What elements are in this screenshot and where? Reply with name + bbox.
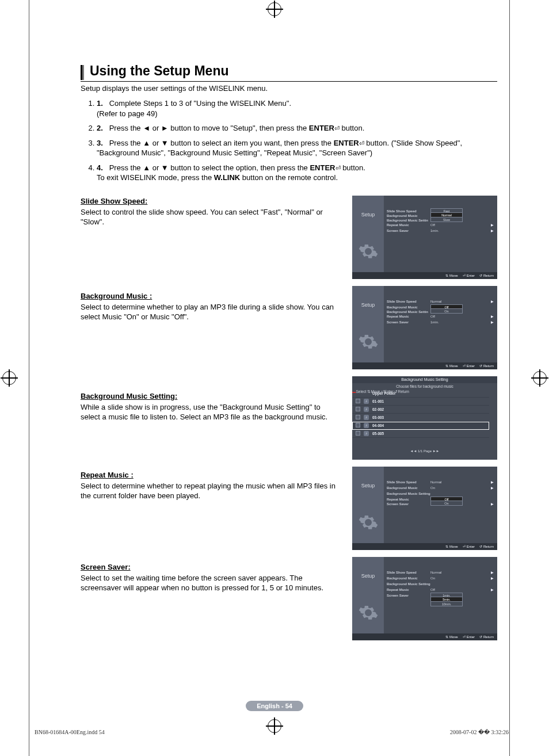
step-text: Press the ◄ or ► button to move to "Setu… [109, 124, 309, 132]
osd-row-label: Screen Saver [387, 320, 430, 324]
arrow-right-icon: ▶ [491, 502, 494, 506]
return-icon: ↺ [479, 273, 482, 277]
gear-icon [358, 602, 379, 623]
list-item: ♪03-003 [352, 414, 489, 422]
music-icon: ♪ [364, 399, 369, 404]
page-number-pill: English - 54 [246, 701, 303, 711]
manual-page: Using the Setup Menu Setup displays the … [0, 0, 549, 756]
osd-row-label: Screen Saver [387, 229, 430, 232]
section-body: Select to determine whether to repeat pl… [81, 482, 342, 501]
osd-navbar: ⇅Move ⏎Enter ↺Return [352, 633, 497, 640]
nav-label: Enter [467, 364, 475, 368]
list-item-label: 02-002 [372, 407, 384, 411]
descriptions-column: Slide Show Speed: Select to control the … [81, 196, 342, 640]
osd-option-selected: Off [430, 304, 463, 309]
enter-icon: ⏎ [336, 165, 341, 171]
osd-background-music: WISELINK Setup Slide Show SpeedNormal▶ B… [352, 286, 497, 369]
osd-row-label: Slide Show Speed [387, 300, 430, 303]
nav-label: Enter [467, 545, 475, 548]
osd-subtitle: Choose files for background music [352, 383, 497, 390]
osd-row-label: Background Music [387, 576, 430, 580]
section-head: Background Music Setting: [81, 392, 177, 400]
list-item: ♪01-001 [352, 398, 489, 406]
osd-row-label: Background Music [387, 214, 430, 217]
arrow-right-icon: ▶ [491, 299, 494, 303]
return-icon: ↺ [479, 364, 482, 368]
section-body: Select to determine whether to play an M… [81, 303, 342, 322]
osd-sidebar: Setup [352, 557, 384, 633]
music-icon: ♪ [364, 423, 369, 428]
arrow-right-icon: ▶ [491, 223, 494, 227]
list-item: ♪02-002 [352, 406, 489, 414]
list-item-label: Upper Folder [372, 391, 395, 395]
registration-mark-icon [533, 371, 547, 385]
osd-row-label: Background Music Settin [387, 219, 430, 222]
nav-label: Return [483, 274, 494, 277]
osd-screen-saver: WISELINK Setup Slide Show SpeedNormal▶ B… [352, 557, 497, 640]
intro-text: Setup displays the user settings of the … [81, 84, 497, 93]
osd-row-label: Slide Show Speed [387, 480, 430, 484]
list-item: ♪05-005 [352, 430, 489, 438]
osd-row-value: Normal [430, 480, 465, 484]
nav-label: Return [483, 635, 494, 639]
section-body: While a slide show is in progress, use t… [81, 403, 342, 422]
enter-icon: ⏎ [359, 140, 364, 147]
updown-icon: ⇅ [445, 635, 448, 639]
bold-label: W.LINK [214, 173, 241, 182]
osd-row-label: Repeat Music [387, 588, 430, 591]
osd-option: Slow [430, 217, 463, 222]
registration-mark-icon [2, 371, 16, 385]
osd-sidebar: Setup [352, 196, 384, 272]
step-text: button. [340, 124, 364, 132]
arrow-right-icon: ▶ [491, 486, 494, 490]
osd-row-value: Normal [430, 571, 465, 574]
step-text: Press the ▲ or ▼ button to select an ite… [109, 139, 334, 147]
osd-option-selected: Off [430, 497, 463, 501]
step-item: 4. Press the ▲ or ▼ button to select the… [97, 163, 497, 183]
osd-row-label: Background Music Settin [387, 310, 430, 314]
osd-row-label: Screen Saver [387, 502, 430, 506]
section-head: Repeat Music : [81, 471, 134, 479]
music-icon: ♪ [364, 431, 369, 436]
section-head: Screen Saver: [81, 563, 131, 571]
arrow-right-icon: ▶ [491, 320, 494, 324]
step-text: Complete Steps 1 to 3 of "Using the WISE… [109, 99, 291, 108]
page-title: Using the Setup Menu [90, 63, 229, 79]
step-text: (Refer to page 49) [97, 109, 158, 118]
nav-label: Move [449, 635, 458, 639]
imprint-file: BN68-01684A-00Eng.indd 54 [35, 729, 105, 735]
osd-row-label: Slide Show Speed [387, 571, 430, 574]
step-text: button. [341, 163, 365, 172]
arrow-right-icon: ▶ [491, 587, 494, 591]
list-item-label: 03-003 [372, 415, 384, 419]
steps-list: 1. Complete Steps 1 to 3 of "Using the W… [81, 98, 497, 183]
list-item-selected: ♪04-004 [352, 422, 489, 430]
section-head: Background Music : [81, 292, 152, 300]
section-body: Select to set the waiting time before th… [81, 574, 342, 593]
step-text: Press the ▲ or ▼ button to select the op… [109, 163, 310, 172]
osd-sidebar-label: Setup [361, 483, 375, 488]
osd-row-value: 1min. [430, 229, 465, 232]
osd-navbar: ⇅Move ⏎Enter ↺Return [352, 543, 497, 550]
osd-file-list: Upper Folder ♪01-001 ♪02-002 ♪03-003 ♪04… [352, 390, 489, 447]
crop-mark-left [29, 0, 29, 756]
registration-mark-icon [268, 2, 281, 16]
crop-mark-right [509, 0, 510, 756]
osd-row-value: Off [430, 588, 465, 591]
enter-icon: ⏎ [334, 125, 340, 132]
checkbox-icon [356, 415, 360, 419]
gear-icon [358, 331, 379, 352]
step-text: To exit WISELINK mode, press the [97, 173, 214, 182]
osd-row-label: Repeat Music [387, 315, 430, 318]
step-item: 2. Press the ◄ or ► button to move to "S… [97, 123, 497, 133]
osd-option: On [430, 501, 463, 506]
list-item-label: 04-004 [372, 423, 384, 427]
osd-sidebar-label: Setup [361, 212, 375, 217]
osd-row-label: Repeat Music [387, 498, 430, 501]
nav-label: Move [449, 545, 458, 548]
bold-label: ENTER [310, 163, 335, 172]
osd-option: Fast [430, 208, 463, 213]
enter-icon: ⏎ [463, 273, 466, 277]
osd-option: 1min. [430, 593, 463, 597]
step-item: 1. Complete Steps 1 to 3 of "Using the W… [97, 98, 497, 119]
